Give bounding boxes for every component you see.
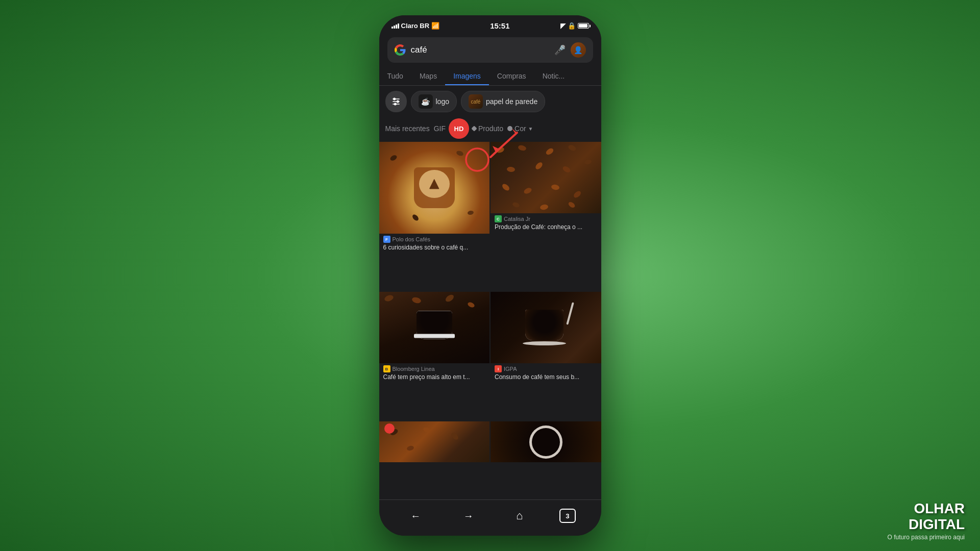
svg-point-4 [397, 101, 398, 102]
filter-produto-label: Produto [478, 124, 503, 133]
chip-logo-thumbnail: ☕ [419, 94, 433, 109]
title-3: Café tem preço mais alto em t... [383, 373, 486, 382]
filter-gif[interactable]: GIF [434, 122, 446, 135]
status-left: Claro BR 📶 [391, 22, 440, 30]
location-icon: ◤ [560, 22, 566, 30]
source-4: I IGPA [495, 365, 597, 372]
image-item-5[interactable] [379, 421, 490, 498]
signal-icon [391, 23, 399, 29]
status-right: ◤ 🔒 [560, 22, 589, 30]
source-icon-4: I [495, 365, 502, 372]
nav-tab-count[interactable]: 3 [559, 509, 576, 523]
caption-3: B Bloomberg Linea Café tem preço mais al… [379, 363, 490, 385]
nav-home-button[interactable]: ⌂ [510, 506, 529, 525]
source-icon-2: C [495, 215, 502, 222]
microphone-icon[interactable]: 🎤 [554, 44, 566, 56]
tab-compras[interactable]: Compras [489, 68, 534, 85]
filter-button[interactable] [385, 91, 407, 112]
source-icon-1: F [383, 236, 390, 243]
user-avatar[interactable]: 👤 [571, 42, 586, 58]
source-name-3: Bloomberg Linea [393, 366, 435, 372]
brand-name: OLHARDIGITAL [888, 501, 965, 533]
chip-papel-thumbnail: café [469, 94, 483, 109]
image-item-3[interactable]: B Bloomberg Linea Café tem preço mais al… [379, 292, 490, 420]
image-cup-igpa [491, 292, 601, 363]
title-1: 6 curiosidades sobre o café q... [383, 244, 486, 252]
phone-frame: Claro BR 📶 15:51 ◤ 🔒 [379, 15, 601, 536]
image-item-4[interactable]: I IGPA Consumo de café tem seus b... [491, 292, 601, 420]
tab-tudo[interactable]: Tudo [379, 68, 411, 85]
source-name-4: IGPA [504, 366, 517, 372]
brand-tagline: O futuro passa primeiro aqui [888, 534, 965, 541]
image-item-1[interactable]: F Polo dos Cafés 6 curiosidades sobre o … [379, 142, 490, 291]
source-name-1: Polo dos Cafés [393, 236, 431, 242]
filter-cor[interactable]: Cor ▼ [507, 124, 533, 133]
image-cup-black [379, 292, 490, 363]
svg-point-5 [394, 103, 396, 105]
nav-forward-button[interactable]: → [457, 507, 480, 525]
svg-point-3 [394, 98, 395, 99]
source-icon-3: B [383, 365, 390, 372]
filter-mais-recentes[interactable]: Mais recentes [385, 122, 430, 135]
filter-cor-label: Cor [514, 124, 526, 133]
source-1: F Polo dos Cafés [383, 236, 486, 243]
navigation-bar: ← → ⌂ 3 [379, 499, 601, 536]
search-query[interactable]: café [411, 45, 549, 55]
tab-maps[interactable]: Maps [411, 68, 445, 85]
watermark: OLHARDIGITAL O futuro passa primeiro aqu… [888, 501, 965, 541]
status-bar: Claro BR 📶 15:51 ◤ 🔒 [379, 15, 601, 33]
image-item-6[interactable] [491, 421, 601, 498]
image-item-2[interactable]: C Catalisa Jr Produção de Café: conheça … [491, 142, 601, 291]
sliders-icon [391, 96, 401, 107]
chip-papel-label: papel de parede [486, 97, 537, 106]
chevron-down-icon: ▼ [528, 126, 533, 132]
nav-back-button[interactable]: ← [404, 507, 427, 525]
source-name-2: Catalisa Jr [504, 216, 530, 222]
filter-chips-row: ☕ logo café papel de parede [379, 86, 601, 117]
caption-2: C Catalisa Jr Produção de Café: conheça … [491, 213, 601, 235]
battery-icon [578, 23, 589, 29]
tab-noticias[interactable]: Notic... [534, 68, 573, 85]
source-2: C Catalisa Jr [495, 215, 597, 222]
image-beans [491, 142, 601, 213]
search-bar[interactable]: café 🎤 👤 [387, 37, 593, 63]
filter-produto[interactable]: Produto [472, 124, 503, 133]
title-2: Produção de Café: conheça o ... [495, 223, 597, 232]
search-tabs: Tudo Maps Imagens Compras Notic... [379, 63, 601, 86]
image-grid: F Polo dos Cafés 6 curiosidades sobre o … [379, 142, 601, 499]
carrier-name: Claro BR [401, 22, 430, 30]
lock-icon: 🔒 [568, 22, 576, 30]
quick-filters: Mais recentes GIF HD Produto Cor ▼ [379, 117, 601, 142]
chip-papel[interactable]: café papel de parede [461, 91, 545, 112]
search-area: café 🎤 👤 [379, 33, 601, 63]
image-latte [379, 142, 490, 234]
filter-hd[interactable]: HD [450, 119, 468, 138]
title-4: Consumo de café tem seus b... [495, 373, 597, 382]
caption-4: I IGPA Consumo de café tem seus b... [491, 363, 601, 385]
chip-logo-label: logo [436, 97, 449, 106]
caption-1: F Polo dos Cafés 6 curiosidades sobre o … [379, 234, 490, 255]
tab-imagens[interactable]: Imagens [445, 68, 489, 85]
google-logo [395, 44, 406, 56]
source-3: B Bloomberg Linea [383, 365, 486, 372]
wifi-icon: 📶 [431, 22, 439, 30]
status-time: 15:51 [490, 21, 509, 30]
chip-logo[interactable]: ☕ logo [411, 91, 457, 112]
